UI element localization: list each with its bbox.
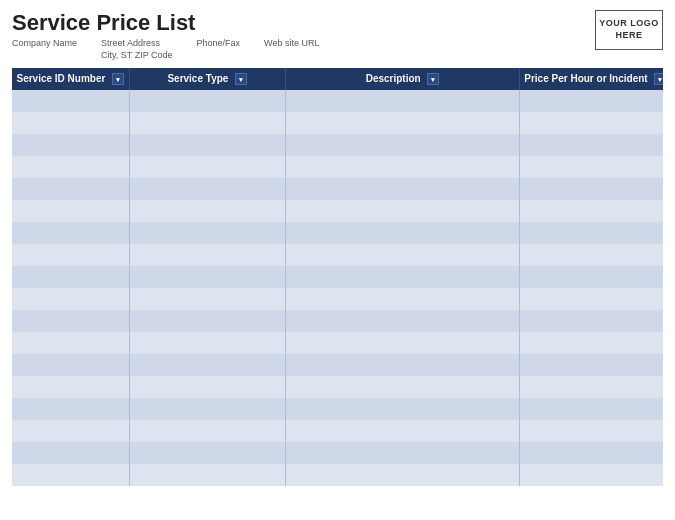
table-cell[interactable] bbox=[520, 354, 663, 376]
table-cell[interactable] bbox=[12, 354, 129, 376]
col-header-price: Price Per Hour or Incident ▾ bbox=[520, 68, 663, 90]
table-cell[interactable] bbox=[129, 288, 285, 310]
table-cell[interactable] bbox=[129, 134, 285, 156]
logo-box: YOUR LOGO HERE bbox=[595, 10, 663, 50]
table-cell[interactable] bbox=[520, 156, 663, 178]
table-cell[interactable] bbox=[285, 420, 519, 442]
phone-block: Phone/Fax bbox=[197, 38, 241, 61]
col-price-dropdown[interactable]: ▾ bbox=[654, 73, 663, 85]
table-cell[interactable] bbox=[12, 112, 129, 134]
table-cell[interactable] bbox=[129, 310, 285, 332]
table-cell[interactable] bbox=[520, 200, 663, 222]
table-cell[interactable] bbox=[129, 112, 285, 134]
table-cell[interactable] bbox=[520, 134, 663, 156]
table-cell[interactable] bbox=[12, 288, 129, 310]
table-cell[interactable] bbox=[12, 464, 129, 486]
table-cell[interactable] bbox=[12, 178, 129, 200]
table-row bbox=[12, 134, 663, 156]
logo-text: YOUR LOGO HERE bbox=[596, 18, 662, 41]
header-left: Service Price List Company Name Street A… bbox=[12, 10, 319, 62]
table-cell[interactable] bbox=[520, 420, 663, 442]
table-header-row: Service ID Number ▾ Service Type ▾ Descr… bbox=[12, 68, 663, 90]
col-header-price-label: Price Per Hour or Incident bbox=[524, 73, 647, 84]
table-cell[interactable] bbox=[285, 442, 519, 464]
table-cell[interactable] bbox=[285, 222, 519, 244]
table-cell[interactable] bbox=[129, 222, 285, 244]
col-service-id-dropdown[interactable]: ▾ bbox=[112, 73, 124, 85]
table-cell[interactable] bbox=[520, 244, 663, 266]
table-cell[interactable] bbox=[285, 200, 519, 222]
table-cell[interactable] bbox=[520, 310, 663, 332]
table-cell[interactable] bbox=[12, 244, 129, 266]
table-cell[interactable] bbox=[520, 222, 663, 244]
table-cell[interactable] bbox=[285, 288, 519, 310]
table-cell[interactable] bbox=[520, 464, 663, 486]
col-header-service-type: Service Type ▾ bbox=[129, 68, 285, 90]
table-cell[interactable] bbox=[520, 178, 663, 200]
table-cell[interactable] bbox=[12, 398, 129, 420]
table-row bbox=[12, 332, 663, 354]
table-cell[interactable] bbox=[129, 354, 285, 376]
table-row bbox=[12, 398, 663, 420]
table-row bbox=[12, 464, 663, 486]
table-cell[interactable] bbox=[520, 376, 663, 398]
table-cell[interactable] bbox=[285, 156, 519, 178]
page-title: Service Price List bbox=[12, 10, 319, 36]
table-cell[interactable] bbox=[520, 112, 663, 134]
col-header-service-id: Service ID Number ▾ bbox=[12, 68, 129, 90]
table-cell[interactable] bbox=[285, 310, 519, 332]
table-cell[interactable] bbox=[520, 90, 663, 112]
table-row bbox=[12, 354, 663, 376]
col-description-dropdown[interactable]: ▾ bbox=[427, 73, 439, 85]
table-cell[interactable] bbox=[12, 332, 129, 354]
table-cell[interactable] bbox=[129, 420, 285, 442]
table-row bbox=[12, 112, 663, 134]
col-header-description-label: Description bbox=[366, 73, 421, 84]
table-cell[interactable] bbox=[520, 332, 663, 354]
company-name-block: Company Name bbox=[12, 38, 77, 61]
address-label: Street Address bbox=[101, 38, 173, 50]
table-cell[interactable] bbox=[12, 310, 129, 332]
table-cell[interactable] bbox=[12, 200, 129, 222]
table-cell[interactable] bbox=[285, 464, 519, 486]
table-cell[interactable] bbox=[129, 178, 285, 200]
table-cell[interactable] bbox=[12, 156, 129, 178]
table-cell[interactable] bbox=[129, 266, 285, 288]
table-cell[interactable] bbox=[129, 332, 285, 354]
table-cell[interactable] bbox=[12, 222, 129, 244]
col-service-type-dropdown[interactable]: ▾ bbox=[235, 73, 247, 85]
table-cell[interactable] bbox=[12, 420, 129, 442]
table-cell[interactable] bbox=[285, 178, 519, 200]
table-cell[interactable] bbox=[285, 112, 519, 134]
table-cell[interactable] bbox=[285, 332, 519, 354]
table-cell[interactable] bbox=[520, 442, 663, 464]
table-cell[interactable] bbox=[129, 200, 285, 222]
table-cell[interactable] bbox=[285, 266, 519, 288]
table-cell[interactable] bbox=[129, 244, 285, 266]
table-row bbox=[12, 200, 663, 222]
table-cell[interactable] bbox=[285, 354, 519, 376]
table-cell[interactable] bbox=[129, 156, 285, 178]
table-cell[interactable] bbox=[12, 442, 129, 464]
table-cell[interactable] bbox=[129, 90, 285, 112]
table-cell[interactable] bbox=[129, 442, 285, 464]
table-cell[interactable] bbox=[12, 90, 129, 112]
table-cell[interactable] bbox=[520, 288, 663, 310]
table-cell[interactable] bbox=[285, 376, 519, 398]
table-row bbox=[12, 420, 663, 442]
table-cell[interactable] bbox=[129, 398, 285, 420]
table-cell[interactable] bbox=[285, 90, 519, 112]
table-cell[interactable] bbox=[12, 376, 129, 398]
table-cell[interactable] bbox=[285, 398, 519, 420]
service-table: Service ID Number ▾ Service Type ▾ Descr… bbox=[12, 68, 663, 486]
table-cell[interactable] bbox=[285, 134, 519, 156]
table-row bbox=[12, 156, 663, 178]
table-cell[interactable] bbox=[285, 244, 519, 266]
table-cell[interactable] bbox=[12, 134, 129, 156]
table-cell[interactable] bbox=[12, 266, 129, 288]
table-container: Service ID Number ▾ Service Type ▾ Descr… bbox=[12, 68, 663, 512]
table-cell[interactable] bbox=[520, 266, 663, 288]
table-cell[interactable] bbox=[520, 398, 663, 420]
table-cell[interactable] bbox=[129, 376, 285, 398]
table-cell[interactable] bbox=[129, 464, 285, 486]
